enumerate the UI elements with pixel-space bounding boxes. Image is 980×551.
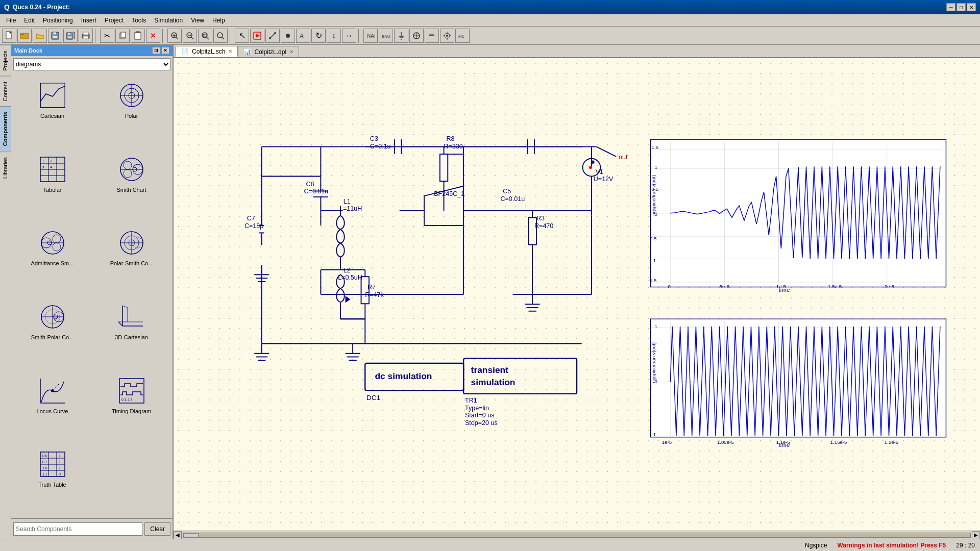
svg-text:-1.5: -1.5: [648, 278, 657, 283]
svg-text:R=470: R=470: [534, 222, 553, 230]
equation-button[interactable]: [425, 29, 439, 43]
copy-button[interactable]: [115, 29, 130, 43]
scroll-left[interactable]: ◀: [174, 531, 182, 539]
locus-label: Locus Curve: [37, 408, 68, 414]
components-grid: Cartesian Polar 1234 Tabular: [11, 72, 173, 518]
zoom-out-button[interactable]: [213, 29, 228, 43]
paste-button[interactable]: [131, 29, 145, 43]
smith-chart-icon: [115, 153, 148, 186]
position-text: 29 : 20: [956, 542, 975, 549]
svg-line-104: [122, 306, 128, 308]
node-button[interactable]: [281, 29, 295, 43]
print-button[interactable]: [79, 29, 93, 43]
dock-dropdown[interactable]: diagrams components sources probes: [13, 58, 170, 70]
select-button[interactable]: ↖: [235, 29, 249, 43]
menu-tools[interactable]: Tools: [128, 16, 150, 25]
svg-text:1.5e-5: 1.5e-5: [828, 284, 842, 289]
open-project-button[interactable]: [17, 29, 32, 43]
polar-smith-label: Polar-Smith Co...: [110, 260, 153, 266]
comp-polar-smith[interactable]: Polar-Smith Co...: [92, 222, 170, 295]
mirror-x-button[interactable]: ↕: [327, 29, 341, 43]
port-button[interactable]: [409, 29, 424, 43]
ground-button[interactable]: [394, 29, 408, 43]
delete-button[interactable]: ✕: [146, 29, 160, 43]
comp-3d-cartesian[interactable]: 3D-Cartesian: [92, 296, 170, 369]
category-select[interactable]: diagrams components sources probes: [13, 58, 170, 70]
svg-text:1.15e-5: 1.15e-5: [830, 439, 847, 445]
zoom-in-button[interactable]: [167, 29, 182, 43]
tab-sch[interactable]: 📄 ColpitzL.sch ✕: [176, 46, 238, 57]
menu-help[interactable]: Help: [208, 16, 229, 25]
save-button[interactable]: [48, 29, 62, 43]
simulate-run-button[interactable]: [250, 29, 264, 43]
svg-text:C8: C8: [306, 181, 314, 188]
simulation-button[interactable]: M1: [455, 29, 470, 43]
horizontal-scrollbar[interactable]: ◀ ▶: [174, 531, 980, 539]
tab-dpl-close[interactable]: ✕: [289, 49, 293, 55]
save-all-button[interactable]: [63, 29, 78, 43]
comp-smith-polar[interactable]: Smith-Polar Co...: [13, 296, 91, 369]
menu-insert[interactable]: Insert: [77, 16, 101, 25]
comp-truth-table[interactable]: 0 010 111 011 10 Truth Table: [13, 443, 91, 516]
comp-polar[interactable]: Polar: [92, 74, 170, 147]
menu-view[interactable]: View: [187, 16, 208, 25]
svg-text:2: 2: [50, 159, 53, 163]
svg-text:3: 3: [42, 165, 44, 169]
zoom-fit-button[interactable]: [183, 29, 197, 43]
sep3: [230, 29, 233, 43]
svg-text:1.1e-5: 1.1e-5: [776, 439, 790, 445]
comp-cartesian[interactable]: Cartesian: [13, 74, 91, 147]
svg-text:out: out: [619, 154, 628, 161]
activate-button[interactable]: NAME: [363, 29, 378, 43]
components-tab[interactable]: Components: [0, 106, 11, 151]
svg-text:V1: V1: [596, 168, 603, 176]
open-button[interactable]: [33, 29, 47, 43]
comp-admittance[interactable]: Admittance Sm...: [13, 222, 91, 295]
svg-text:L2: L2: [344, 267, 351, 274]
menu-file[interactable]: File: [2, 16, 20, 25]
tab-dpl[interactable]: 📊 ColpitzL.dpl ✕: [238, 46, 299, 57]
deactivate-button[interactable]: ENUM: [379, 29, 393, 43]
scroll-track[interactable]: [183, 533, 971, 538]
comp-locus[interactable]: Locus Curve: [13, 370, 91, 443]
content-tab[interactable]: Content: [0, 76, 11, 107]
menu-simulation[interactable]: Simulation: [150, 16, 187, 25]
scroll-right[interactable]: ▶: [972, 531, 980, 539]
svg-line-25: [191, 37, 193, 39]
tab-sch-close[interactable]: ✕: [228, 48, 232, 54]
mirror-y-button[interactable]: ↔: [342, 29, 356, 43]
comp-tabular[interactable]: 1234 Tabular: [13, 148, 91, 221]
svg-text:NAME: NAME: [367, 33, 375, 39]
minimize-button[interactable]: ─: [946, 3, 955, 11]
svg-text:U=12V: U=12V: [594, 176, 614, 183]
svg-text:1 0: 1 0: [42, 466, 47, 470]
wire-button[interactable]: [265, 29, 280, 43]
clear-button[interactable]: Clear: [144, 522, 170, 536]
menu-project[interactable]: Project: [101, 16, 128, 25]
canvas-area[interactable]: + C3 C=0.1u C8 C=0.01u C7: [174, 58, 980, 531]
menu-edit[interactable]: Edit: [20, 16, 39, 25]
comp-smith-chart[interactable]: Smith Chart: [92, 148, 170, 221]
cut-button[interactable]: ✂: [100, 29, 114, 43]
search-input[interactable]: [13, 522, 142, 536]
svg-rect-3: [20, 33, 29, 39]
projects-tab[interactable]: Projects: [0, 45, 11, 76]
dock-float-button[interactable]: ⊡: [152, 47, 160, 54]
new-button[interactable]: [2, 29, 16, 43]
label-button[interactable]: A: [296, 29, 310, 43]
svg-text:R=330: R=330: [444, 143, 463, 150]
libraries-tab[interactable]: Libraries: [0, 152, 11, 184]
menu-positioning[interactable]: Positioning: [39, 16, 77, 25]
scroll-thumb[interactable]: [183, 533, 199, 537]
close-button[interactable]: ✕: [967, 3, 976, 11]
snap-button[interactable]: [440, 29, 454, 43]
3d-cartesian-icon: [115, 300, 148, 333]
zoom-area-button[interactable]: [198, 29, 212, 43]
dock-close-button[interactable]: ✕: [161, 47, 169, 54]
rotate-button[interactable]: ↻: [311, 29, 326, 43]
svg-text:A: A: [300, 33, 304, 40]
svg-text:R7: R7: [368, 284, 376, 291]
maximize-button[interactable]: □: [957, 3, 966, 11]
comp-timing[interactable]: 0 1 2 3 Timing Diagram: [92, 370, 170, 443]
svg-point-198: [590, 166, 592, 168]
